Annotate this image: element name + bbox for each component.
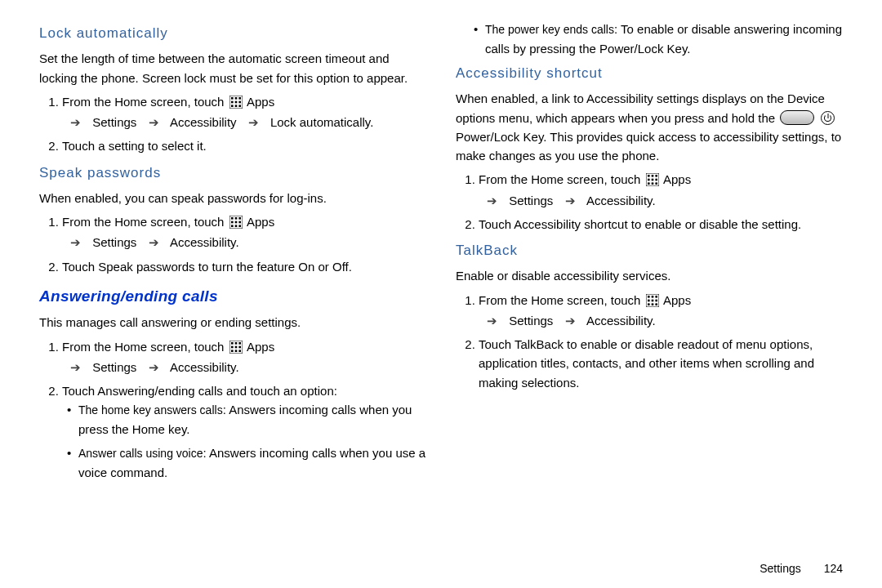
svg-rect-8: [234, 105, 237, 107]
svg-rect-12: [234, 217, 237, 220]
svg-rect-29: [238, 350, 241, 352]
svg-rect-7: [231, 105, 234, 107]
breadcrumb: ➔ Settings ➔ Accessibility.: [62, 233, 426, 252]
svg-rect-3: [238, 97, 241, 100]
step: From the Home screen, touch Apps ➔ Setti…: [479, 291, 843, 331]
talkback-steps: From the Home screen, touch Apps ➔ Setti…: [456, 291, 843, 392]
left-column: Lock automatically Set the length of tim…: [39, 20, 426, 573]
shortcut-text-1: When enabled, a link to Accessibility se…: [456, 91, 825, 124]
calls-description: This manages call answering or ending se…: [39, 313, 426, 332]
breadcrumb: ➔ Settings ➔ Accessibility.: [479, 311, 843, 330]
page-footer: Settings 124: [760, 562, 843, 575]
svg-rect-21: [231, 342, 234, 345]
shortcut-description: When enabled, a link to Accessibility se…: [456, 89, 843, 165]
heading-answering-ending-calls: Answering/ending calls: [39, 284, 426, 308]
heading-lock-automatically: Lock automatically: [39, 23, 426, 44]
svg-rect-23: [238, 342, 241, 345]
speak-steps: From the Home screen, touch Apps ➔ Setti…: [39, 212, 426, 276]
step-text: From the Home screen, touch: [62, 95, 228, 109]
svg-rect-5: [234, 101, 237, 104]
svg-rect-48: [651, 303, 653, 305]
svg-rect-36: [655, 179, 657, 181]
svg-rect-16: [238, 221, 241, 224]
apps-label: Apps: [247, 215, 274, 229]
apps-icon: [646, 173, 659, 186]
option-term: The home key answers calls: [78, 403, 223, 416]
trail-settings: Settings: [92, 235, 136, 249]
trail-accessibility: Accessibility: [170, 115, 237, 129]
step-text: From the Home screen, touch: [62, 340, 228, 354]
svg-rect-47: [648, 303, 650, 305]
right-column: The power key ends calls: To enable or d…: [456, 20, 843, 573]
trail-accessibility: Accessibility: [586, 194, 653, 207]
svg-rect-1: [231, 97, 234, 100]
step-text: Touch Answering/ending calls and touch a…: [62, 384, 337, 398]
svg-rect-46: [655, 299, 657, 301]
svg-rect-27: [231, 350, 234, 352]
arrow-icon: ➔: [140, 233, 167, 252]
shortcut-text-2: Power/Lock Key. This provides quick acce…: [456, 130, 841, 163]
power-symbol-icon: [821, 111, 835, 125]
svg-rect-31: [648, 175, 650, 177]
apps-label: Apps: [247, 340, 274, 354]
shortcut-steps: From the Home screen, touch Apps ➔ Setti…: [456, 170, 843, 234]
heading-talkback: TalkBack: [456, 240, 843, 261]
talkback-description: Enable or disable accessibility services…: [456, 266, 843, 285]
svg-rect-42: [651, 296, 653, 298]
heading-accessibility-shortcut: Accessibility shortcut: [456, 63, 843, 84]
step: Touch Speak passwords to turn the featur…: [62, 257, 426, 276]
trail-accessibility: Accessibility: [170, 360, 236, 374]
svg-rect-44: [648, 299, 650, 301]
apps-icon: [229, 96, 243, 109]
option-term: Answer calls using voice: [78, 447, 203, 460]
step: From the Home screen, touch Apps ➔ Setti…: [62, 212, 426, 252]
calls-options: The home key answers calls: Answers inco…: [62, 400, 426, 482]
arrow-icon: ➔: [479, 191, 506, 210]
apps-icon: [229, 341, 243, 354]
svg-rect-26: [238, 345, 241, 348]
speak-description: When enabled, you can speak passwords fo…: [39, 189, 426, 207]
trail-settings: Settings: [509, 314, 553, 327]
arrow-icon: ➔: [140, 113, 167, 131]
step-text: From the Home screen, touch: [479, 293, 644, 307]
svg-rect-24: [231, 345, 234, 348]
svg-rect-11: [231, 217, 234, 220]
apps-icon: [229, 216, 243, 229]
trail-accessibility: Accessibility: [170, 235, 236, 249]
svg-rect-28: [234, 350, 237, 352]
apps-label: Apps: [663, 293, 691, 307]
step: Touch Answering/ending calls and touch a…: [62, 381, 426, 482]
svg-rect-4: [231, 101, 234, 104]
footer-section-label: Settings: [760, 562, 801, 575]
svg-rect-25: [234, 345, 237, 348]
arrow-icon: ➔: [62, 233, 89, 252]
list-item: The home key answers calls: Answers inco…: [67, 400, 426, 439]
trail-settings: Settings: [92, 360, 136, 374]
trail-settings: Settings: [509, 194, 553, 207]
svg-rect-33: [655, 175, 657, 177]
svg-rect-2: [234, 97, 237, 100]
svg-rect-17: [231, 225, 234, 228]
step: From the Home screen, touch Apps ➔ Setti…: [62, 92, 426, 132]
svg-rect-37: [648, 183, 650, 185]
footer-page-number: 124: [824, 562, 843, 575]
svg-rect-15: [234, 221, 237, 224]
step: From the Home screen, touch Apps ➔ Setti…: [479, 170, 843, 210]
svg-rect-13: [238, 217, 241, 220]
step: From the Home screen, touch Apps ➔ Setti…: [62, 337, 426, 377]
power-key-pill-icon: [780, 110, 814, 125]
trail-settings: Settings: [92, 115, 136, 129]
svg-rect-45: [651, 299, 653, 301]
svg-rect-34: [648, 179, 650, 181]
heading-speak-passwords: Speak passwords: [39, 163, 426, 184]
svg-rect-49: [655, 303, 657, 305]
step: Touch TalkBack to enable or disable read…: [479, 335, 843, 392]
trail-lock: Lock automatically: [270, 115, 370, 129]
list-item: The power key ends calls: To enable or d…: [474, 20, 843, 58]
arrow-icon: ➔: [240, 113, 267, 131]
lock-steps: From the Home screen, touch Apps ➔ Setti…: [39, 92, 426, 156]
svg-rect-41: [648, 296, 650, 298]
arrow-icon: ➔: [62, 113, 89, 131]
breadcrumb: ➔ Settings ➔ Accessibility ➔ Lock automa…: [62, 113, 426, 131]
arrow-icon: ➔: [140, 358, 167, 376]
